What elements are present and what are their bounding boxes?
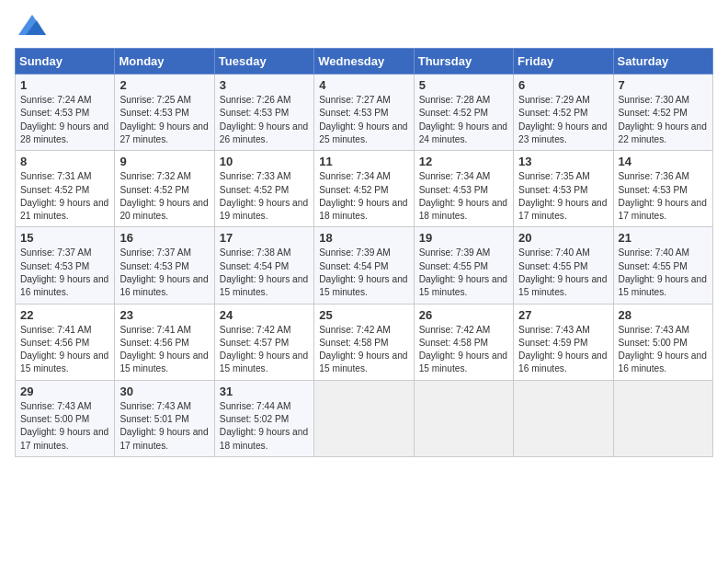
cell-details: Sunrise: 7:42 AMSunset: 4:57 PMDaylight:…: [220, 325, 308, 374]
calendar-cell: 4 Sunrise: 7:27 AMSunset: 4:53 PMDayligh…: [314, 75, 414, 151]
logo: [15, 15, 46, 40]
week-row-2: 8 Sunrise: 7:31 AMSunset: 4:52 PMDayligh…: [16, 151, 713, 227]
cell-details: Sunrise: 7:37 AMSunset: 4:53 PMDaylight:…: [119, 247, 208, 297]
calendar-cell: 9 Sunrise: 7:32 AMSunset: 4:52 PMDayligh…: [115, 151, 214, 227]
week-row-1: 1 Sunrise: 7:24 AMSunset: 4:53 PMDayligh…: [16, 75, 713, 151]
calendar-cell: 21 Sunrise: 7:40 AMSunset: 4:55 PMDaylig…: [613, 227, 712, 304]
day-number: 11: [319, 155, 408, 168]
day-number: 1: [20, 78, 109, 92]
logo-icon: [18, 15, 46, 35]
cell-details: Sunrise: 7:39 AMSunset: 4:55 PMDaylight:…: [419, 247, 507, 297]
calendar-cell: 17 Sunrise: 7:38 AMSunset: 4:54 PMDaylig…: [214, 227, 313, 304]
day-header-thursday: Thursday: [414, 49, 513, 75]
calendar-cell: 26 Sunrise: 7:42 AMSunset: 4:58 PMDaylig…: [414, 304, 513, 380]
calendar-cell: 14 Sunrise: 7:36 AMSunset: 4:53 PMDaylig…: [613, 151, 712, 227]
day-number: 31: [220, 385, 309, 398]
day-header-tuesday: Tuesday: [214, 49, 313, 75]
day-header-monday: Monday: [115, 49, 214, 75]
day-number: 23: [119, 308, 209, 322]
day-number: 16: [119, 231, 209, 245]
day-number: 24: [220, 308, 309, 322]
day-number: 9: [119, 155, 209, 168]
day-number: 27: [518, 308, 608, 322]
day-number: 20: [518, 231, 608, 245]
day-number: 4: [319, 78, 408, 92]
day-number: 15: [20, 231, 109, 245]
calendar-cell: 8 Sunrise: 7:31 AMSunset: 4:52 PMDayligh…: [16, 151, 115, 227]
calendar-cell: [613, 380, 712, 456]
calendar-cell: 3 Sunrise: 7:26 AMSunset: 4:53 PMDayligh…: [214, 75, 313, 151]
cell-details: Sunrise: 7:24 AMSunset: 4:53 PMDaylight:…: [20, 95, 108, 144]
day-header-saturday: Saturday: [613, 49, 712, 75]
day-number: 19: [419, 231, 508, 245]
cell-details: Sunrise: 7:37 AMSunset: 4:53 PMDaylight:…: [20, 247, 108, 297]
calendar-cell: 28 Sunrise: 7:43 AMSunset: 5:00 PMDaylig…: [613, 304, 712, 380]
cell-details: Sunrise: 7:42 AMSunset: 4:58 PMDaylight:…: [419, 325, 507, 374]
calendar-cell: [514, 380, 613, 456]
cell-details: Sunrise: 7:43 AMSunset: 4:59 PMDaylight:…: [518, 325, 607, 374]
calendar-cell: 30 Sunrise: 7:43 AMSunset: 5:01 PMDaylig…: [115, 380, 214, 456]
day-header-wednesday: Wednesday: [314, 49, 414, 75]
day-number: 8: [20, 155, 109, 168]
cell-details: Sunrise: 7:39 AMSunset: 4:54 PMDaylight:…: [319, 247, 407, 297]
cell-details: Sunrise: 7:41 AMSunset: 4:56 PMDaylight:…: [20, 325, 108, 374]
header: [15, 15, 713, 40]
cell-details: Sunrise: 7:27 AMSunset: 4:53 PMDaylight:…: [319, 95, 407, 144]
calendar-cell: 24 Sunrise: 7:42 AMSunset: 4:57 PMDaylig…: [214, 304, 313, 380]
day-number: 14: [619, 155, 708, 168]
day-number: 10: [220, 155, 309, 168]
calendar-cell: [414, 380, 513, 456]
week-row-5: 29 Sunrise: 7:43 AMSunset: 5:00 PMDaylig…: [16, 380, 713, 456]
day-header-sunday: Sunday: [16, 49, 115, 75]
week-row-3: 15 Sunrise: 7:37 AMSunset: 4:53 PMDaylig…: [16, 227, 713, 304]
day-number: 12: [419, 155, 508, 168]
day-number: 7: [619, 78, 708, 92]
day-number: 22: [20, 308, 109, 322]
calendar-cell: 13 Sunrise: 7:35 AMSunset: 4:53 PMDaylig…: [514, 151, 613, 227]
cell-details: Sunrise: 7:40 AMSunset: 4:55 PMDaylight:…: [619, 247, 707, 297]
calendar-cell: 11 Sunrise: 7:34 AMSunset: 4:52 PMDaylig…: [314, 151, 414, 227]
cell-details: Sunrise: 7:34 AMSunset: 4:53 PMDaylight:…: [419, 171, 507, 221]
cell-details: Sunrise: 7:33 AMSunset: 4:52 PMDaylight:…: [220, 171, 308, 221]
calendar-cell: 15 Sunrise: 7:37 AMSunset: 4:53 PMDaylig…: [16, 227, 115, 304]
cell-details: Sunrise: 7:36 AMSunset: 4:53 PMDaylight:…: [619, 171, 707, 221]
calendar-cell: 5 Sunrise: 7:28 AMSunset: 4:52 PMDayligh…: [414, 75, 513, 151]
cell-details: Sunrise: 7:43 AMSunset: 5:00 PMDaylight:…: [20, 401, 108, 451]
cell-details: Sunrise: 7:31 AMSunset: 4:52 PMDaylight:…: [20, 171, 108, 221]
day-number: 17: [220, 231, 309, 245]
day-number: 6: [518, 78, 608, 92]
calendar-cell: 22 Sunrise: 7:41 AMSunset: 4:56 PMDaylig…: [16, 304, 115, 380]
day-number: 21: [619, 231, 708, 245]
cell-details: Sunrise: 7:25 AMSunset: 4:53 PMDaylight:…: [119, 95, 208, 144]
cell-details: Sunrise: 7:38 AMSunset: 4:54 PMDaylight:…: [220, 247, 308, 297]
day-number: 25: [319, 308, 408, 322]
calendar-cell: 1 Sunrise: 7:24 AMSunset: 4:53 PMDayligh…: [16, 75, 115, 151]
week-row-4: 22 Sunrise: 7:41 AMSunset: 4:56 PMDaylig…: [16, 304, 713, 380]
cell-details: Sunrise: 7:42 AMSunset: 4:58 PMDaylight:…: [319, 325, 407, 374]
day-number: 30: [119, 385, 209, 398]
calendar-cell: 6 Sunrise: 7:29 AMSunset: 4:52 PMDayligh…: [514, 75, 613, 151]
cell-details: Sunrise: 7:28 AMSunset: 4:52 PMDaylight:…: [419, 95, 507, 144]
cell-details: Sunrise: 7:30 AMSunset: 4:52 PMDaylight:…: [619, 95, 707, 144]
day-number: 5: [419, 78, 508, 92]
calendar-cell: 7 Sunrise: 7:30 AMSunset: 4:52 PMDayligh…: [613, 75, 712, 151]
calendar-cell: 25 Sunrise: 7:42 AMSunset: 4:58 PMDaylig…: [314, 304, 414, 380]
cell-details: Sunrise: 7:41 AMSunset: 4:56 PMDaylight:…: [119, 325, 208, 374]
calendar-cell: 12 Sunrise: 7:34 AMSunset: 4:53 PMDaylig…: [414, 151, 513, 227]
calendar-cell: 20 Sunrise: 7:40 AMSunset: 4:55 PMDaylig…: [514, 227, 613, 304]
day-number: 29: [20, 385, 109, 398]
day-number: 2: [119, 78, 209, 92]
day-number: 28: [619, 308, 708, 322]
cell-details: Sunrise: 7:43 AMSunset: 5:01 PMDaylight:…: [119, 401, 208, 451]
calendar-cell: 10 Sunrise: 7:33 AMSunset: 4:52 PMDaylig…: [214, 151, 313, 227]
day-header-friday: Friday: [514, 49, 613, 75]
day-number: 3: [220, 78, 309, 92]
cell-details: Sunrise: 7:43 AMSunset: 5:00 PMDaylight:…: [619, 325, 707, 374]
cell-details: Sunrise: 7:29 AMSunset: 4:52 PMDaylight:…: [518, 95, 607, 144]
cell-details: Sunrise: 7:40 AMSunset: 4:55 PMDaylight:…: [518, 247, 607, 297]
cell-details: Sunrise: 7:35 AMSunset: 4:53 PMDaylight:…: [518, 171, 607, 221]
calendar-cell: 18 Sunrise: 7:39 AMSunset: 4:54 PMDaylig…: [314, 227, 414, 304]
cell-details: Sunrise: 7:32 AMSunset: 4:52 PMDaylight:…: [119, 171, 208, 221]
day-number: 13: [518, 155, 608, 168]
day-number: 18: [319, 231, 408, 245]
